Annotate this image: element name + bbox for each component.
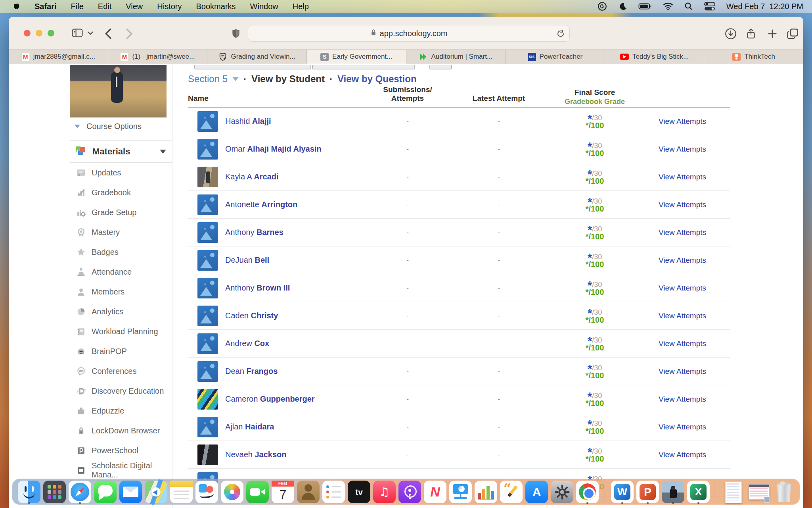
sidebar-item-gradebook[interactable]: Gradebook xyxy=(70,183,172,202)
spotlight-search-icon[interactable] xyxy=(684,2,693,11)
sidebar-item-scholastic[interactable]: Scholastic Digital Mana... xyxy=(70,460,172,480)
apple-menu-icon[interactable] xyxy=(13,2,20,11)
view-attempts-link[interactable]: View Attempts xyxy=(659,200,706,209)
back-button[interactable] xyxy=(104,28,113,40)
focus-moon-icon[interactable] xyxy=(619,2,627,11)
student-name-link[interactable]: Anthony Barnes xyxy=(225,228,283,237)
student-avatar[interactable] xyxy=(197,139,218,160)
sidebar-item-badges[interactable]: Badges xyxy=(70,242,172,262)
dock-app-minimized-window[interactable] xyxy=(747,481,770,504)
view-attempts-link[interactable]: View Attempts xyxy=(659,228,706,237)
wifi-icon[interactable] xyxy=(663,2,673,11)
student-name-link[interactable]: Dean Frangos xyxy=(225,367,278,376)
reload-icon[interactable] xyxy=(556,29,565,41)
student-name-link[interactable]: Kayla A Arcadi xyxy=(225,172,279,181)
menu-item-window[interactable]: Window xyxy=(250,2,278,11)
sidebar-item-lockdown[interactable]: LockDown Browser xyxy=(70,421,172,441)
share-button[interactable] xyxy=(745,28,756,40)
dock-app-news[interactable]: N xyxy=(424,481,446,504)
view-by-question-link[interactable]: View by Question xyxy=(337,73,417,85)
student-avatar[interactable] xyxy=(197,167,218,187)
dock-app-appletv[interactable]: tv xyxy=(348,481,370,504)
sidebar-item-materials[interactable]: Materials xyxy=(70,140,172,163)
student-name-link[interactable]: Nevaeh Jackson xyxy=(225,450,287,459)
dock-app-photos[interactable] xyxy=(221,481,243,504)
dock-app-maps[interactable] xyxy=(145,481,167,504)
browser-tab[interactable]: Auditorium | Smart... xyxy=(406,50,506,64)
browser-tab[interactable]: M jmar2885@gmail.c... xyxy=(9,50,108,64)
student-avatar[interactable] xyxy=(197,111,218,132)
dock-app-mail[interactable] xyxy=(119,481,142,504)
sidebar-item-members[interactable]: Members xyxy=(70,282,172,302)
sidebar-item-powerschool[interactable]: PowerSchool xyxy=(70,441,172,460)
dock-app-reminders[interactable] xyxy=(322,481,345,504)
student-name-link[interactable]: DeJuan Bell xyxy=(225,256,269,265)
menu-item-help[interactable]: Help xyxy=(293,2,309,11)
zoom-window-button[interactable] xyxy=(48,30,54,37)
sidebar-item-workload[interactable]: Workload Planning xyxy=(70,321,172,341)
control-center-icon[interactable] xyxy=(704,2,715,11)
dock-app-music[interactable] xyxy=(373,481,396,504)
dock-app-pages[interactable] xyxy=(500,481,523,504)
menu-item-view[interactable]: View xyxy=(126,2,143,11)
menu-item-history[interactable]: History xyxy=(157,2,182,11)
new-tab-button[interactable] xyxy=(767,28,778,40)
view-attempts-link[interactable]: View Attempts xyxy=(659,395,706,403)
view-attempts-link[interactable]: View Attempts xyxy=(659,367,706,375)
student-avatar[interactable] xyxy=(197,222,218,243)
menu-item-safari[interactable]: Safari xyxy=(34,2,57,11)
dock-app-messages[interactable] xyxy=(94,481,117,504)
menu-item-bookmarks[interactable]: Bookmarks xyxy=(196,2,236,11)
dock-app-inkpad[interactable] xyxy=(662,481,684,504)
student-avatar[interactable] xyxy=(197,389,218,410)
view-attempts-link[interactable]: View Attempts xyxy=(659,117,706,125)
sidebar-toggle-icon[interactable] xyxy=(71,28,83,38)
privacy-shield-icon[interactable] xyxy=(231,28,241,40)
view-attempts-link[interactable]: View Attempts xyxy=(659,339,706,348)
browser-tab[interactable]: ThinkTech xyxy=(704,50,803,64)
tab-overview-button[interactable] xyxy=(787,28,799,40)
dock-app-minimized-doc[interactable] xyxy=(722,481,745,504)
view-attempts-link[interactable]: View Attempts xyxy=(659,312,706,320)
dock-app-word[interactable]: W xyxy=(611,481,634,504)
battery-icon[interactable] xyxy=(638,2,652,10)
dock-app-launchpad[interactable] xyxy=(43,481,66,504)
view-attempts-link[interactable]: View Attempts xyxy=(659,256,706,264)
dock-app-finder[interactable] xyxy=(18,481,40,504)
sidebar-chevron-icon[interactable] xyxy=(87,31,94,35)
student-avatar[interactable] xyxy=(197,306,218,326)
creative-cloud-icon[interactable] xyxy=(597,2,607,11)
close-window-button[interactable] xyxy=(24,30,31,37)
dock-app-notes[interactable] xyxy=(170,481,193,504)
dock-app-calendar[interactable]: FEB7 xyxy=(272,481,294,504)
dock-app-keynote[interactable] xyxy=(449,481,472,504)
address-bar[interactable]: app.schoology.com xyxy=(248,25,570,42)
student-avatar[interactable] xyxy=(197,278,218,298)
student-name-link[interactable]: Andrew Cox xyxy=(225,339,269,348)
student-avatar[interactable] xyxy=(197,333,218,354)
minimize-window-button[interactable] xyxy=(36,30,42,37)
sidebar-item-edpuzzle[interactable]: Edpuzzle xyxy=(70,401,172,421)
menu-item-file[interactable]: File xyxy=(71,2,84,11)
sidebar-item-grade-setup[interactable]: Grade Setup xyxy=(70,202,172,222)
menu-clock[interactable]: Wed Feb 7 12:20 PM xyxy=(726,2,803,11)
student-name-link[interactable]: Hashid Alajji xyxy=(225,117,271,126)
course-profile-image[interactable] xyxy=(70,65,167,117)
student-name-link[interactable]: Cameron Guppenberger xyxy=(225,394,315,404)
view-attempts-link[interactable]: View Attempts xyxy=(659,173,706,181)
view-attempts-link[interactable]: View Attempts xyxy=(659,423,706,431)
view-attempts-link[interactable]: View Attempts xyxy=(659,145,706,153)
student-avatar[interactable] xyxy=(197,417,218,437)
sidebar-item-conferences[interactable]: Conferences xyxy=(70,361,172,381)
sidebar-item-brainpop[interactable]: BrainPOP xyxy=(70,341,172,361)
downloads-button[interactable] xyxy=(725,28,737,40)
student-avatar[interactable] xyxy=(197,250,218,271)
dock-app-podcasts[interactable] xyxy=(398,481,421,504)
student-avatar[interactable] xyxy=(197,361,218,382)
dock-app-appstore[interactable]: A xyxy=(525,481,548,504)
dock-app-settings[interactable] xyxy=(551,481,573,504)
student-avatar[interactable] xyxy=(197,194,218,215)
dock-app-freeform[interactable] xyxy=(195,481,218,504)
student-name-link[interactable]: Ajlan Haidara xyxy=(225,422,274,431)
sidebar-item-attendance[interactable]: Attendance xyxy=(70,262,172,282)
